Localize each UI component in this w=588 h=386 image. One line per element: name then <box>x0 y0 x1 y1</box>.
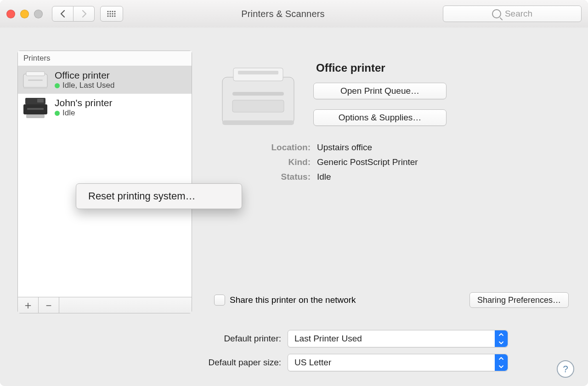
printer-status: Idle, Last Used <box>55 81 114 90</box>
traffic-lights <box>6 10 43 18</box>
status-value: Idle <box>317 172 331 182</box>
svg-point-1 <box>109 11 111 12</box>
meta-kind-row: Kind: Generic PostScript Printer <box>209 157 573 167</box>
kind-label: Kind: <box>209 157 311 167</box>
reset-printing-system-item[interactable]: Reset printing system… <box>76 187 242 206</box>
svg-point-6 <box>112 13 113 14</box>
svg-point-5 <box>109 13 111 14</box>
svg-rect-14 <box>28 79 43 81</box>
minus-icon: － <box>43 298 54 312</box>
printer-row-johns[interactable]: John's printer Idle <box>18 94 192 121</box>
printer-large-icon <box>212 59 304 137</box>
status-dot-icon <box>55 83 60 88</box>
printer-metadata: Location: Upstairs office Kind: Generic … <box>201 137 575 182</box>
svg-point-7 <box>114 13 115 14</box>
default-printer-value: Last Printer Used <box>288 334 362 344</box>
window-minimize-button[interactable] <box>20 10 29 18</box>
help-button[interactable]: ? <box>557 360 574 378</box>
printer-hero: Office printer Open Print Queue… Options… <box>201 51 575 137</box>
plus-icon: ＋ <box>23 298 34 312</box>
svg-rect-17 <box>37 99 44 102</box>
printer-row-office[interactable]: Office printer Idle, Last Used <box>18 66 192 94</box>
search-field[interactable]: Search <box>443 6 582 22</box>
remove-printer-button[interactable]: － <box>39 297 59 313</box>
prefs-window: Printers & Scanners Search Printers <box>0 0 588 386</box>
grid-icon <box>107 11 116 17</box>
help-icon: ? <box>563 364 568 375</box>
printer-name: John's printer <box>55 97 112 108</box>
printer-list[interactable]: Office printer Idle, Last Used <box>18 66 192 297</box>
svg-point-3 <box>114 11 115 12</box>
printer-actions: Office printer Open Print Queue… Options… <box>309 59 566 136</box>
svg-point-4 <box>107 13 108 14</box>
svg-point-9 <box>109 15 111 17</box>
meta-status-row: Status: Idle <box>209 172 573 182</box>
printer-status: Idle <box>55 108 112 118</box>
meta-location-row: Location: Upstairs office <box>209 142 573 153</box>
svg-rect-20 <box>26 114 45 118</box>
share-row: Share this printer on the network Sharin… <box>214 292 569 308</box>
add-printer-button[interactable]: ＋ <box>18 297 39 313</box>
popup-stepper-icon <box>495 354 508 371</box>
svg-rect-19 <box>27 108 44 110</box>
printer-icon <box>22 69 49 91</box>
svg-rect-26 <box>222 120 294 125</box>
kind-value: Generic PostScript Printer <box>317 157 418 167</box>
default-paper-row: Default paper size: US Letter <box>0 354 575 371</box>
default-paper-popup[interactable]: US Letter <box>288 354 508 371</box>
content-area: Printers Office printer Idle, Last Used <box>0 28 588 386</box>
chevron-right-icon <box>81 10 87 17</box>
location-value: Upstairs office <box>317 142 372 153</box>
svg-point-10 <box>112 15 113 17</box>
chevron-left-icon <box>60 10 66 17</box>
back-button[interactable] <box>52 6 74 22</box>
svg-rect-15 <box>23 87 47 89</box>
popup-stepper-icon <box>495 330 508 347</box>
svg-rect-25 <box>232 100 284 112</box>
default-paper-value: US Letter <box>288 358 331 368</box>
search-placeholder: Search <box>505 9 532 19</box>
printer-list-panel: Printers Office printer Idle, Last Used <box>17 51 192 313</box>
printer-name: Office printer <box>55 70 114 81</box>
location-label: Location: <box>209 142 311 153</box>
window-title: Printers & Scanners <box>129 9 437 19</box>
window-zoom-button[interactable] <box>34 10 43 18</box>
printer-list-footer: ＋ － <box>18 297 192 313</box>
svg-rect-13 <box>26 72 45 76</box>
sharing-preferences-button[interactable]: Sharing Preferences… <box>469 292 569 308</box>
show-all-button[interactable] <box>100 6 123 22</box>
default-printer-popup[interactable]: Last Printer Used <box>288 330 508 347</box>
svg-point-0 <box>107 11 108 12</box>
printer-context-menu: Reset printing system… <box>76 183 242 209</box>
share-printer-checkbox[interactable] <box>214 295 225 306</box>
titlebar: Printers & Scanners Search <box>0 0 588 28</box>
options-and-supplies-button[interactable]: Options & Supplies… <box>313 109 447 126</box>
forward-button[interactable] <box>74 6 95 22</box>
window-close-button[interactable] <box>6 10 15 18</box>
nav-buttons <box>52 6 95 22</box>
svg-point-2 <box>112 11 113 12</box>
default-paper-label: Default paper size: <box>0 358 281 368</box>
open-print-queue-button[interactable]: Open Print Queue… <box>313 83 447 99</box>
printer-icon <box>22 96 49 119</box>
default-printer-row: Default printer: Last Printer Used <box>0 330 575 347</box>
svg-point-8 <box>107 15 108 17</box>
defaults-area: Default printer: Last Printer Used Defau… <box>0 330 575 378</box>
svg-rect-24 <box>232 92 284 96</box>
search-icon <box>492 9 501 18</box>
status-dot-icon <box>55 111 60 116</box>
svg-point-11 <box>114 15 115 17</box>
svg-rect-23 <box>238 71 278 74</box>
printer-list-header: Printers <box>18 51 192 66</box>
default-printer-label: Default printer: <box>0 334 281 344</box>
printer-detail-panel: Office printer Open Print Queue… Options… <box>201 51 575 312</box>
detail-printer-name: Office printer <box>313 62 566 74</box>
share-printer-label: Share this printer on the network <box>230 295 356 305</box>
status-label: Status: <box>209 172 311 182</box>
